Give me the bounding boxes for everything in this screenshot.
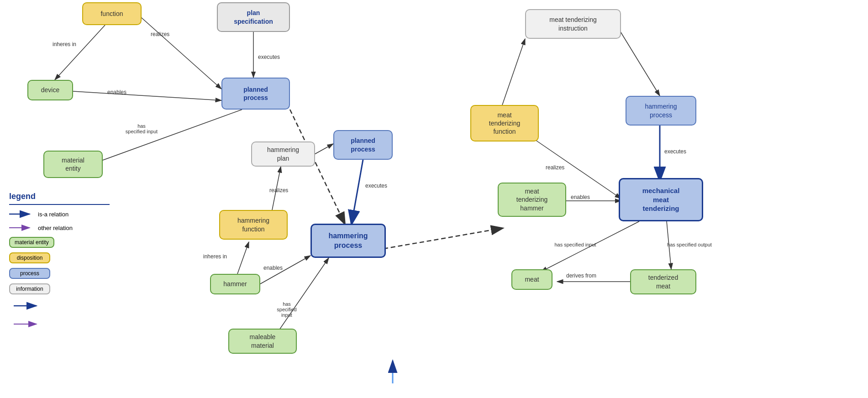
legend-disposition-node: disposition bbox=[9, 252, 50, 263]
label-inheres-in-1: inheres in bbox=[53, 41, 76, 47]
node-tenderized-meat: tenderizedmeat bbox=[630, 269, 696, 294]
node-meat-tenderizing-function: meattenderizingfunction bbox=[470, 105, 539, 141]
legend-divider bbox=[9, 204, 110, 205]
node-hammering-process-center: hammeringprocess bbox=[310, 224, 386, 258]
label-inheres-in-2: inheres in bbox=[203, 253, 227, 260]
diagram-container: function planspecification plannedproces… bbox=[0, 0, 868, 398]
node-maleable-material-label: maleablematerial bbox=[250, 333, 276, 349]
legend: legend is-a relation other relation mate… bbox=[9, 192, 110, 299]
node-function: function bbox=[82, 2, 142, 25]
node-mechanical-meat-tenderizing: mechanicalmeattenderizing bbox=[619, 178, 703, 221]
svg-line-14 bbox=[237, 242, 249, 274]
node-hammering-function: hammeringfunction bbox=[219, 210, 288, 240]
node-material-entity: materialentity bbox=[43, 151, 103, 178]
legend-material-entity: material entity bbox=[9, 237, 110, 248]
svg-line-9 bbox=[91, 110, 242, 164]
label-has-spec-input-right: has specified input bbox=[552, 242, 598, 247]
legend-process: process bbox=[9, 268, 110, 279]
node-meat-tenderizing-hammer: meattenderizinghammer bbox=[498, 183, 566, 217]
legend-information: information bbox=[9, 283, 110, 294]
label-executes-3: executes bbox=[664, 148, 686, 155]
label-realizes-2: realizes bbox=[269, 187, 288, 194]
legend-other: other relation bbox=[9, 223, 110, 232]
svg-line-5 bbox=[55, 25, 105, 80]
node-device-label: device bbox=[41, 86, 59, 94]
legend-isa-label: is-a relation bbox=[38, 211, 68, 218]
node-hammering-plan-label: hammeringplan bbox=[267, 146, 299, 162]
node-hammering-function-label: hammeringfunction bbox=[237, 216, 269, 233]
svg-line-10 bbox=[290, 110, 345, 224]
node-planned-process-mid-label: plannedprocess bbox=[351, 136, 375, 153]
svg-line-11 bbox=[313, 144, 333, 155]
svg-line-17 bbox=[616, 25, 660, 96]
label-has-spec-input-1: hasspecified input bbox=[123, 123, 160, 134]
legend-process-node: process bbox=[9, 268, 50, 279]
legend-material-node: material entity bbox=[9, 237, 54, 248]
node-tenderized-meat-label: tenderizedmeat bbox=[648, 273, 678, 290]
label-enables-1: enables bbox=[107, 89, 126, 95]
node-plan-spec-label: planspecification bbox=[234, 9, 273, 25]
node-hammering-plan: hammeringplan bbox=[251, 141, 315, 167]
node-meat-tenderizing-hammer-label: meattenderizinghammer bbox=[516, 187, 548, 212]
node-planned-process-mid: plannedprocess bbox=[333, 130, 393, 160]
label-executes-1: executes bbox=[258, 54, 280, 60]
svg-line-24 bbox=[384, 228, 502, 249]
node-plan-specification: planspecification bbox=[217, 2, 290, 32]
legend-disposition: disposition bbox=[9, 252, 110, 263]
svg-line-16 bbox=[279, 258, 329, 331]
label-executes-2: executes bbox=[365, 183, 387, 189]
node-meat-tenderizing-function-label: meattenderizingfunction bbox=[489, 111, 521, 136]
label-realizes-1: realizes bbox=[151, 31, 169, 37]
legend-title: legend bbox=[9, 192, 110, 201]
node-hammer-label: hammer bbox=[223, 280, 247, 288]
arrows-svg bbox=[0, 0, 868, 398]
node-planned-process-top: plannedprocess bbox=[221, 78, 290, 110]
legend-information-node: information bbox=[9, 283, 50, 294]
legend-isa: is-a relation bbox=[9, 209, 110, 219]
node-hammering-process-right: hammeringprocess bbox=[626, 96, 696, 126]
label-has-spec-input-2: hasspecifiedinput bbox=[266, 301, 307, 318]
label-enables-3: enables bbox=[571, 194, 590, 200]
node-meat-label: meat bbox=[525, 275, 539, 283]
node-mech-meat-tend-label: mechanicalmeattenderizing bbox=[642, 186, 680, 213]
svg-line-12 bbox=[352, 160, 363, 224]
node-function-label: function bbox=[100, 10, 123, 18]
svg-line-25 bbox=[502, 39, 525, 105]
node-meat: meat bbox=[511, 269, 552, 290]
node-hammering-process-right-label: hammeringprocess bbox=[645, 102, 677, 119]
node-device: device bbox=[27, 80, 73, 100]
node-hammer: hammer bbox=[210, 274, 260, 294]
label-realizes-3: realizes bbox=[546, 164, 564, 171]
node-maleable-material: maleablematerial bbox=[228, 329, 297, 354]
node-planned-process-top-label: plannedprocess bbox=[243, 85, 268, 102]
svg-line-8 bbox=[73, 91, 221, 100]
label-has-spec-output: has specified output bbox=[667, 242, 712, 247]
svg-line-7 bbox=[137, 14, 221, 89]
node-material-entity-label: materialentity bbox=[62, 156, 84, 173]
node-hammering-process-center-label: hammeringprocess bbox=[328, 231, 368, 251]
node-meat-tenderizing-instruction-label: meat tenderizinginstruction bbox=[549, 16, 597, 32]
label-enables-2: enables bbox=[263, 265, 283, 271]
legend-other-label: other relation bbox=[38, 225, 73, 231]
node-meat-tenderizing-instruction: meat tenderizinginstruction bbox=[525, 9, 621, 39]
label-derives-from: derives from bbox=[566, 272, 596, 279]
